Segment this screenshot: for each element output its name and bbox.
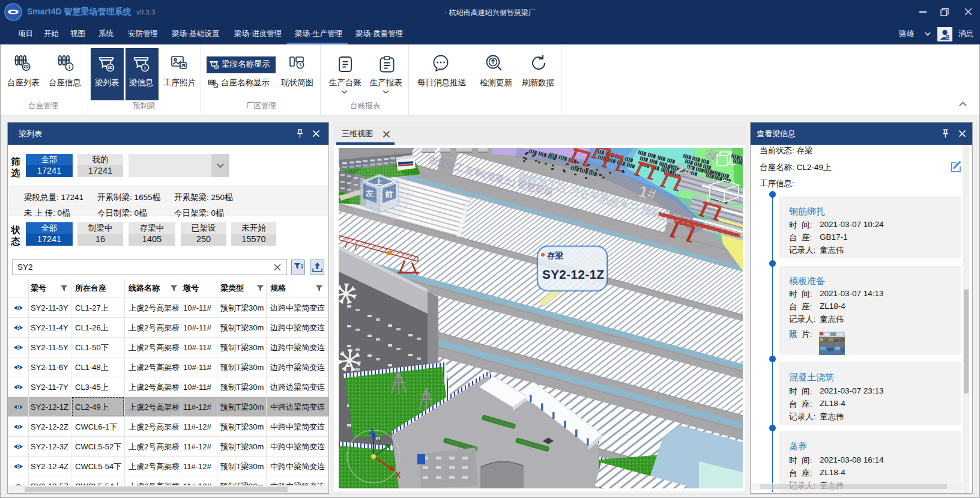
svg-text:X: X — [396, 471, 401, 479]
svg-text:Y: Y — [377, 437, 382, 446]
svg-text:SY2-12-1Z: SY2-12-1Z — [542, 267, 605, 281]
svg-text:上: 上 — [375, 178, 383, 186]
svg-text:前: 前 — [385, 190, 393, 199]
svg-text:存梁: 存梁 — [546, 251, 564, 260]
svg-text:左: 左 — [365, 189, 374, 198]
svg-text:Z: Z — [369, 428, 374, 436]
